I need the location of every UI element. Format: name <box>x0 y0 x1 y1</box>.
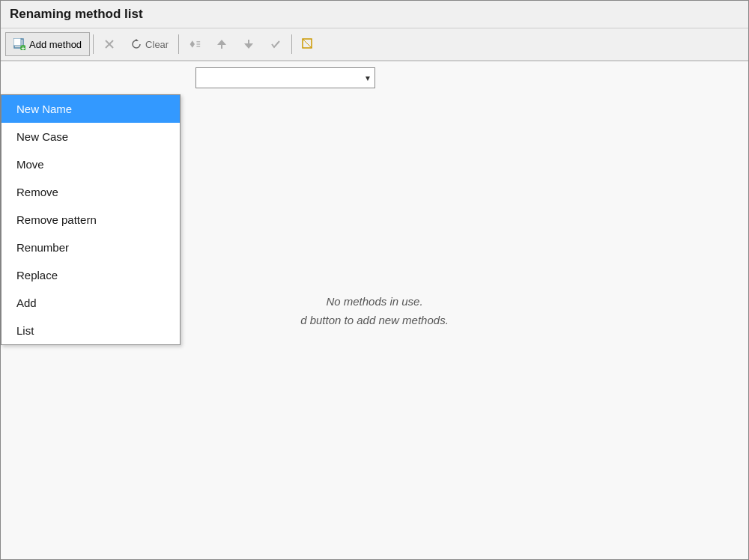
menu-item-list[interactable]: List <box>1 317 180 344</box>
toolbar: + Add method Clear <box>1 28 748 61</box>
separator-1 <box>93 34 94 54</box>
window-title: Renaming method list <box>10 7 143 21</box>
method-dropdown-menu: New Name New Case Move Remove Remove pat… <box>1 94 181 345</box>
separator-2 <box>178 34 179 54</box>
move-down-icon <box>243 38 255 50</box>
clear-label: Clear <box>145 39 169 50</box>
menu-item-remove-pattern[interactable]: Remove pattern <box>1 206 180 234</box>
no-methods-text: No methods in use. <box>326 295 422 308</box>
checkmark-icon <box>270 38 282 50</box>
sort-button[interactable] <box>182 32 207 56</box>
menu-item-new-name[interactable]: New Name <box>1 95 180 123</box>
add-hint-text: d button to add new methods. <box>300 314 449 326</box>
dropdown-arrow-icon: ▼ <box>364 74 372 82</box>
type-dropdown[interactable]: ▼ <box>195 67 375 88</box>
svg-rect-1 <box>13 38 21 46</box>
content-area: New Name New Case Move Remove Remove pat… <box>1 61 748 559</box>
clear-button[interactable]: Clear <box>124 32 175 56</box>
separator-3 <box>291 34 292 54</box>
bookmark-button[interactable] <box>295 32 321 56</box>
add-method-label: Add method <box>29 39 82 50</box>
menu-item-replace[interactable]: Replace <box>1 261 180 289</box>
main-window: Renaming method list + Add method <box>0 0 749 560</box>
tools-button[interactable] <box>97 32 122 56</box>
svg-marker-12 <box>217 40 226 45</box>
menu-item-remove[interactable]: Remove <box>1 178 180 206</box>
add-method-icon: + <box>13 38 25 50</box>
svg-marker-14 <box>244 43 253 49</box>
move-down-button[interactable] <box>236 32 261 56</box>
bookmark-icon <box>302 38 314 50</box>
title-bar: Renaming method list <box>1 1 748 28</box>
move-up-icon <box>216 38 228 50</box>
sort-icon <box>189 38 201 50</box>
move-up-button[interactable] <box>209 32 234 56</box>
menu-item-renumber[interactable]: Renumber <box>1 234 180 261</box>
svg-line-17 <box>303 39 312 48</box>
menu-item-add[interactable]: Add <box>1 289 180 317</box>
svg-marker-6 <box>134 39 139 41</box>
svg-marker-7 <box>190 40 195 44</box>
wrench-icon <box>103 38 115 50</box>
menu-item-move[interactable]: Move <box>1 150 180 178</box>
svg-marker-8 <box>190 44 195 48</box>
menu-item-new-case[interactable]: New Case <box>1 123 180 150</box>
refresh-icon <box>130 38 142 50</box>
add-method-button[interactable]: + Add method <box>5 32 90 56</box>
checkmark-button[interactable] <box>263 32 288 56</box>
svg-text:+: + <box>21 45 25 50</box>
